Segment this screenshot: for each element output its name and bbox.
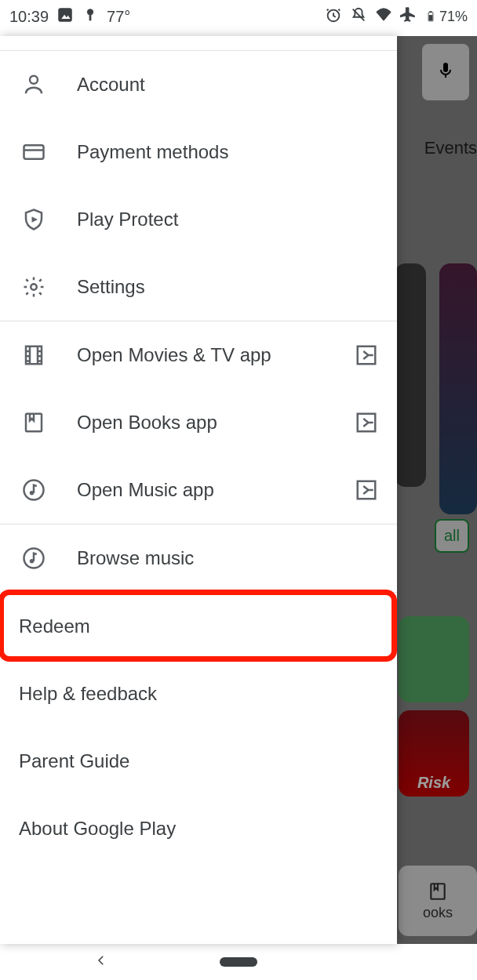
drawer-item-label: Open Movies & TV app xyxy=(77,344,355,366)
drawer-item-label: Open Books app xyxy=(77,412,355,434)
drawer-item-movies[interactable]: Open Movies & TV app xyxy=(0,321,397,389)
drawer-item-about[interactable]: About Google Play xyxy=(0,795,397,862)
svg-point-2 xyxy=(87,9,93,15)
svg-point-11 xyxy=(31,284,37,290)
alarm-icon xyxy=(325,6,342,27)
card-icon xyxy=(22,140,46,164)
app-card[interactable] xyxy=(399,616,469,702)
drawer-item-label: Open Music app xyxy=(77,479,355,501)
drawer-item-books[interactable]: Open Books app xyxy=(0,389,397,456)
search-card[interactable] xyxy=(422,44,469,100)
open-in-icon xyxy=(355,478,378,502)
back-button[interactable] xyxy=(94,953,108,971)
drawer-item-account[interactable]: Account xyxy=(0,51,397,118)
music-icon xyxy=(22,546,46,570)
app-card[interactable] xyxy=(395,263,426,487)
system-navbar xyxy=(0,944,477,980)
drawer-item-label: Redeem xyxy=(19,615,378,637)
open-in-icon xyxy=(355,411,378,434)
tab-events[interactable]: Events xyxy=(424,138,477,158)
drawer-item-label: Payment methods xyxy=(77,141,378,163)
drawer-item-label: Help & feedback xyxy=(19,683,378,705)
drawer-item-payment[interactable]: Payment methods xyxy=(0,118,397,186)
home-gesture-pill[interactable] xyxy=(220,957,257,967)
svg-marker-10 xyxy=(32,216,38,223)
install-button[interactable]: all xyxy=(435,519,469,553)
drawer-item-label: Settings xyxy=(77,276,378,298)
drawer-item-browse-music[interactable]: Browse music xyxy=(0,524,397,592)
drawer-item-label: Parent Guide xyxy=(19,750,378,772)
svg-rect-5 xyxy=(430,12,431,13)
drawer-item-label: About Google Play xyxy=(19,818,378,840)
bookmark-icon xyxy=(22,411,46,434)
svg-point-8 xyxy=(30,76,38,84)
drawer-item-protect[interactable]: Play Protect xyxy=(0,186,397,253)
person-icon xyxy=(22,73,46,96)
app-card[interactable] xyxy=(439,263,477,514)
svg-rect-9 xyxy=(24,145,44,159)
drawer-item-parent-guide[interactable]: Parent Guide xyxy=(0,728,397,795)
music-icon xyxy=(22,478,46,502)
app-card-risk[interactable]: Risk xyxy=(399,710,469,797)
gear-icon xyxy=(22,275,46,299)
airplane-icon xyxy=(400,6,417,27)
battery-indicator: 71% xyxy=(425,8,468,25)
wifi-icon xyxy=(375,6,392,27)
navigation-drawer: Account Payment methods Play Protect Set… xyxy=(0,36,397,944)
drawer-item-help[interactable]: Help & feedback xyxy=(0,660,397,728)
film-icon xyxy=(22,343,46,367)
nav-books[interactable]: ooks xyxy=(399,866,477,936)
battery-percent: 71% xyxy=(439,9,468,25)
mic-icon[interactable] xyxy=(436,61,455,83)
status-temperature: 77° xyxy=(107,8,130,26)
picture-icon xyxy=(56,6,74,27)
open-in-icon xyxy=(355,343,378,367)
status-bar: 10:39 77° 71% xyxy=(0,0,477,33)
status-time: 10:39 xyxy=(9,8,49,26)
weather-icon xyxy=(82,6,99,27)
drawer-item-settings[interactable]: Settings xyxy=(0,253,397,321)
shield-icon xyxy=(22,208,46,231)
drawer-item-redeem[interactable]: Redeem xyxy=(0,593,397,660)
drawer-item-label: Play Protect xyxy=(77,209,378,230)
drawer-item-music[interactable]: Open Music app xyxy=(0,456,397,524)
dnd-icon xyxy=(350,6,367,27)
svg-rect-6 xyxy=(429,15,432,20)
drawer-item-label: Account xyxy=(77,74,378,96)
drawer-item-label: Browse music xyxy=(77,547,378,569)
